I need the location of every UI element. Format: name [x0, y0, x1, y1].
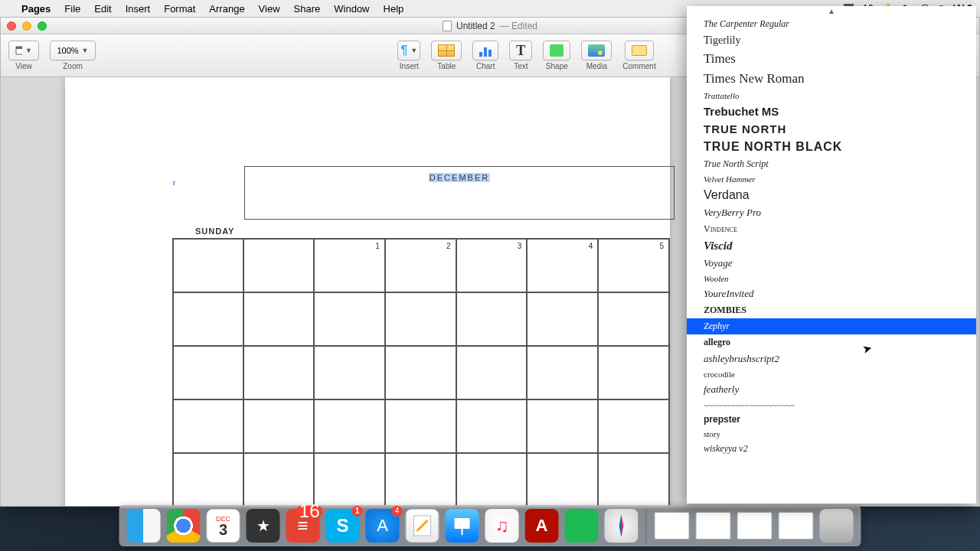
- menu-insert[interactable]: Insert: [126, 3, 151, 15]
- cal-cell[interactable]: [243, 453, 314, 506]
- dock-todoist[interactable]: ≡16: [286, 509, 320, 543]
- calendar-grid[interactable]: 1 2 3 4 5: [172, 238, 670, 506]
- font-option[interactable]: Voyage: [687, 255, 976, 272]
- dock-keynote[interactable]: [446, 509, 479, 543]
- media-button[interactable]: [581, 41, 612, 60]
- cal-cell[interactable]: 3: [456, 239, 528, 292]
- menu-view[interactable]: View: [259, 3, 280, 15]
- cal-cell[interactable]: [456, 346, 528, 399]
- font-option[interactable]: Times New Roman: [687, 69, 976, 89]
- font-option[interactable]: Vindence: [687, 221, 976, 237]
- cal-cell[interactable]: [173, 453, 243, 506]
- menu-edit[interactable]: Edit: [94, 3, 111, 15]
- minimize-button[interactable]: [22, 21, 31, 31]
- chart-button[interactable]: [472, 41, 498, 60]
- cal-cell[interactable]: [173, 239, 243, 292]
- font-option[interactable]: ZOMBIES: [687, 302, 976, 318]
- cal-cell[interactable]: [598, 346, 669, 399]
- insert-button[interactable]: ¶▼: [397, 41, 420, 60]
- cal-cell[interactable]: [243, 239, 314, 292]
- menu-help[interactable]: Help: [384, 3, 404, 15]
- font-option[interactable]: Tigerlily: [687, 32, 976, 49]
- cal-cell[interactable]: [598, 399, 669, 453]
- dock-trash[interactable]: [820, 509, 854, 543]
- dock-spotify[interactable]: [565, 509, 599, 543]
- font-option[interactable]: TRUE NORTH: [687, 120, 976, 138]
- dock-finder[interactable]: [127, 509, 161, 543]
- dock-minimized-window[interactable]: [696, 512, 731, 540]
- cal-cell[interactable]: [385, 292, 456, 346]
- table-button[interactable]: [431, 41, 462, 60]
- font-option[interactable]: Trattatello: [687, 89, 976, 103]
- cal-cell[interactable]: [173, 399, 243, 453]
- cal-cell[interactable]: [527, 292, 598, 346]
- font-option[interactable]: Verdana: [687, 186, 976, 204]
- font-option[interactable]: Times: [687, 49, 976, 69]
- app-menu[interactable]: Pages: [21, 3, 51, 15]
- cal-cell[interactable]: [527, 399, 598, 453]
- shape-button[interactable]: [543, 41, 570, 60]
- cal-cell[interactable]: [456, 399, 528, 453]
- cal-cell[interactable]: [314, 399, 385, 453]
- cal-cell[interactable]: 4: [527, 239, 598, 292]
- month-header-box[interactable]: DECEMBER: [244, 166, 675, 220]
- cal-cell[interactable]: [314, 292, 385, 346]
- dock-appstore[interactable]: A4: [366, 509, 400, 543]
- menu-window[interactable]: Window: [334, 3, 369, 15]
- cal-cell[interactable]: [243, 399, 314, 453]
- dock-minimized-window[interactable]: [655, 512, 690, 540]
- font-option[interactable]: Viscid: [687, 237, 976, 255]
- document-title[interactable]: Untitled 2 — Edited: [443, 21, 537, 31]
- cal-cell[interactable]: 2: [385, 239, 456, 292]
- cal-cell[interactable]: [527, 453, 598, 506]
- cal-cell[interactable]: [173, 346, 243, 399]
- font-option[interactable]: Zephyr: [687, 318, 976, 334]
- cal-cell[interactable]: [385, 453, 456, 506]
- font-option[interactable]: ashleybrushscript2: [687, 350, 976, 367]
- cal-cell[interactable]: [456, 292, 528, 346]
- font-option[interactable]: The Carpenter Regular: [687, 16, 976, 32]
- cal-cell[interactable]: 1: [314, 239, 385, 292]
- font-option[interactable]: crocodile: [687, 367, 976, 381]
- dock-calendar[interactable]: DEC3: [207, 509, 240, 543]
- cal-cell[interactable]: [314, 453, 385, 506]
- font-option[interactable]: Velvet Hammer: [687, 172, 976, 186]
- cal-cell[interactable]: [314, 346, 385, 399]
- dock-skype[interactable]: S1: [326, 509, 360, 543]
- dock-itunes[interactable]: ♫: [485, 509, 519, 543]
- dock-imovie[interactable]: ★: [247, 509, 280, 543]
- comment-button[interactable]: [625, 41, 654, 60]
- font-option[interactable]: VeryBerry Pro: [687, 204, 976, 221]
- cal-cell[interactable]: [385, 399, 456, 453]
- font-option[interactable]: TRUE NORTH BLACK: [687, 138, 976, 156]
- menu-format[interactable]: Format: [164, 3, 195, 15]
- cal-cell[interactable]: [598, 292, 669, 346]
- zoom-select[interactable]: 100% ▼: [50, 41, 96, 60]
- tab-stop-marker[interactable]: ⸢: [172, 180, 176, 192]
- font-option[interactable]: featherly: [687, 381, 976, 398]
- font-option[interactable]: Woolen: [687, 272, 976, 285]
- font-option[interactable]: allegro: [687, 334, 976, 350]
- view-button[interactable]: ▼: [8, 41, 39, 60]
- font-dropdown[interactable]: ▲ The Carpenter RegularTigerlilyTimesTim…: [687, 6, 976, 504]
- cal-cell[interactable]: [527, 346, 598, 399]
- dock-minimized-window[interactable]: [779, 512, 814, 540]
- dock-chrome[interactable]: [167, 509, 201, 543]
- zoom-button[interactable]: [38, 21, 47, 31]
- dock-safari[interactable]: [605, 509, 639, 543]
- close-button[interactable]: [7, 21, 16, 31]
- font-option[interactable]: story: [687, 427, 976, 441]
- cal-cell[interactable]: [598, 453, 669, 506]
- scroll-up-arrow[interactable]: ▲: [687, 6, 976, 16]
- cal-cell[interactable]: [173, 292, 243, 346]
- dock-pages[interactable]: [406, 509, 439, 543]
- cal-cell[interactable]: [243, 346, 314, 399]
- font-option[interactable]: ~~~~~~~~~~~~~~~~~~~~: [687, 398, 976, 412]
- dock-acrobat[interactable]: A: [525, 509, 559, 543]
- font-option[interactable]: YoureInvited: [687, 285, 976, 302]
- font-option[interactable]: Trebuchet MS: [687, 103, 976, 120]
- font-option[interactable]: True North Script: [687, 156, 976, 172]
- month-title[interactable]: DECEMBER: [429, 173, 490, 182]
- cal-cell[interactable]: [243, 292, 314, 346]
- font-option[interactable]: wiskeyya v2: [687, 441, 976, 457]
